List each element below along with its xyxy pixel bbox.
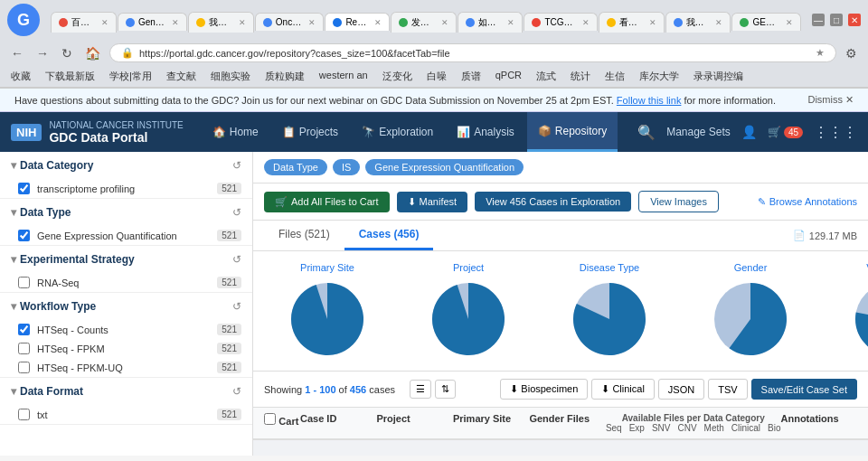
filter-section-header-4[interactable]: ▾ Data Format↺ xyxy=(0,378,252,405)
filter-checkbox-4-0[interactable] xyxy=(18,409,30,420)
filter-tag-2[interactable]: Gene Expression Quantification xyxy=(365,159,524,175)
browser-tab-0[interactable]: 百度...✕ xyxy=(51,12,117,33)
filter-label-3-0: HTSeq - Counts xyxy=(37,325,210,335)
browser-tab-6[interactable]: 如何...✕ xyxy=(458,12,524,33)
forward-button[interactable]: → xyxy=(33,44,52,62)
cart-button[interactable]: 🛒 45 xyxy=(768,126,803,138)
browser-tab-7[interactable]: TCGO...✕ xyxy=(524,13,597,31)
app-header: NIH NATIONAL CANCER INSTITUTE GDC Data P… xyxy=(0,112,868,152)
reset-filter-0[interactable]: ↺ xyxy=(232,159,241,172)
export-btn-2[interactable]: JSON xyxy=(658,379,704,400)
login-icon[interactable]: 👤 xyxy=(741,125,757,139)
reload-button[interactable]: ↻ xyxy=(58,44,76,62)
manage-sets-link[interactable]: Manage Sets xyxy=(666,126,731,138)
bookmark-item-13[interactable]: 生信 xyxy=(601,69,628,84)
filter-section-header-3[interactable]: ▾ Workflow Type↺ xyxy=(0,293,252,320)
list-view-button[interactable]: ☰ xyxy=(410,380,431,399)
filter-section-header-0[interactable]: ▾ Data Category↺ xyxy=(0,152,252,179)
edit-icon: ✎ xyxy=(758,196,766,208)
nav-item-home[interactable]: 🏠Home xyxy=(202,112,269,152)
filter-item-4-0: txt 521 xyxy=(0,405,252,424)
filter-tag-1[interactable]: IS xyxy=(333,159,360,175)
export-btn-1[interactable]: ⬇ Clinical xyxy=(591,379,655,400)
bookmark-item-15[interactable]: 录录调控编 xyxy=(690,69,747,84)
sub-header-4: Meth xyxy=(704,423,724,433)
main-content: ▾ Data Category↺ transcriptome profiling… xyxy=(0,152,868,456)
bookmark-item-0[interactable]: 收藏 xyxy=(7,69,34,84)
back-button[interactable]: ← xyxy=(7,44,27,62)
browser-tab-2[interactable]: 我的...✕ xyxy=(188,12,254,33)
filter-checkbox-3-2[interactable] xyxy=(18,362,30,373)
nav-item-analysis[interactable]: 📊Analysis xyxy=(446,112,525,152)
export-btn-4[interactable]: Save/Edit Case Set xyxy=(751,379,857,400)
minimize-button[interactable]: — xyxy=(812,14,825,26)
browser-tab-5[interactable]: 发起...✕ xyxy=(391,12,457,33)
bookmark-item-1[interactable]: 下载最新版 xyxy=(42,69,99,84)
nav-item-projects[interactable]: 📋Projects xyxy=(271,112,349,152)
col-annotations-header: Annotations xyxy=(781,413,857,433)
bookmark-item-10[interactable]: qPCR xyxy=(492,69,525,84)
nav-item-repository[interactable]: 📦Repository xyxy=(527,112,618,152)
tab-files[interactable]: Files (521) xyxy=(264,221,344,250)
search-button[interactable]: 🔍 xyxy=(637,124,656,141)
maximize-button[interactable]: □ xyxy=(830,14,843,26)
home-button[interactable]: 🏠 xyxy=(81,44,104,62)
available-subheaders: SeqExpSNVCNVMethClinicalBio xyxy=(606,423,781,433)
add-all-files-button[interactable]: 🛒 Add All Files to Cart xyxy=(264,192,390,212)
bookmark-item-5[interactable]: 质粒购建 xyxy=(261,69,308,84)
view-images-button[interactable]: View Images xyxy=(638,191,719,212)
filter-tag-0[interactable]: Data Type xyxy=(264,159,327,175)
browser-tab-9[interactable]: 我的...✕ xyxy=(665,12,731,33)
reset-filter-1[interactable]: ↺ xyxy=(232,206,241,219)
sub-header-3: CNV xyxy=(677,423,696,433)
tab-cases[interactable]: Cases (456) xyxy=(344,221,434,250)
browser-tab-1[interactable]: Gene...✕ xyxy=(118,13,187,31)
bookmark-item-7[interactable]: 泛变化 xyxy=(379,69,416,84)
filter-section-header-2[interactable]: ▾ Experimental Strategy↺ xyxy=(0,246,252,273)
nav-item-exploration[interactable]: 🔭Exploration xyxy=(351,112,444,152)
browse-annotations-link[interactable]: ✎ Browse Annotations xyxy=(758,196,857,208)
browser-tab-10[interactable]: GEPI...✕ xyxy=(731,13,801,31)
filter-checkbox-1-0[interactable] xyxy=(18,230,30,241)
browser-tab-3[interactable]: Onco...✕ xyxy=(255,13,325,31)
grid-menu-button[interactable]: ⋮⋮⋮ xyxy=(814,124,857,141)
export-btn-3[interactable]: TSV xyxy=(708,379,747,400)
reset-filter-4[interactable]: ↺ xyxy=(232,385,241,398)
filter-section-header-1[interactable]: ▾ Data Type↺ xyxy=(0,199,252,226)
filter-checkbox-3-0[interactable] xyxy=(18,324,30,335)
bookmark-item-11[interactable]: 流式 xyxy=(533,69,560,84)
address-bar[interactable]: 🔒 https://portal.gdc.cancer.gov/reposito… xyxy=(109,43,836,62)
download-icon: ⬇ xyxy=(408,196,416,208)
sort-button[interactable]: ⇅ xyxy=(435,380,456,399)
bookmark-item-2[interactable]: 学校|常用 xyxy=(106,69,156,84)
filter-section-2: ▾ Experimental Strategy↺ RNA-Seq 521 xyxy=(0,246,252,293)
browser-tab-8[interactable]: 看懂...✕ xyxy=(599,12,665,33)
range-end: 100 xyxy=(319,384,335,395)
manifest-button[interactable]: ⬇ Manifest xyxy=(397,192,468,212)
view-cases-button[interactable]: View 456 Cases in Exploration xyxy=(475,192,631,212)
filter-checkbox-3-1[interactable] xyxy=(18,343,30,354)
bookmark-item-3[interactable]: 查文献 xyxy=(163,69,200,84)
select-all-checkbox[interactable] xyxy=(264,413,276,425)
reset-filter-3[interactable]: ↺ xyxy=(232,300,241,313)
bookmark-item-6[interactable]: western an xyxy=(316,69,372,84)
bookmark-item-8[interactable]: 白噪 xyxy=(423,69,450,84)
filter-checkbox-0-0[interactable] xyxy=(18,183,30,194)
unit-text: cases xyxy=(369,384,395,395)
filter-checkbox-2-0[interactable] xyxy=(18,277,30,288)
address-bar-row: ← → ↻ 🏠 🔒 https://portal.gdc.cancer.gov/… xyxy=(0,40,868,66)
address-text: https://portal.gdc.cancer.gov/repository… xyxy=(139,48,810,59)
extensions-button[interactable]: ⚙ xyxy=(842,44,861,62)
download-icon-0: ⬇ xyxy=(510,383,518,394)
chart-title-0: Primary Site xyxy=(300,262,354,273)
export-btn-0[interactable]: ⬇ Biospecimen xyxy=(500,379,588,400)
dismiss-button[interactable]: Dismiss ✕ xyxy=(807,94,854,106)
bookmark-item-9[interactable]: 质谱 xyxy=(458,69,485,84)
browser-tab-4[interactable]: Rep...✕ xyxy=(325,13,389,31)
close-button[interactable]: ✕ xyxy=(848,14,861,26)
reset-filter-2[interactable]: ↺ xyxy=(232,253,241,266)
bookmark-item-4[interactable]: 细胞实验 xyxy=(207,69,254,84)
banner-link[interactable]: Follow this link xyxy=(617,95,682,106)
bookmark-item-12[interactable]: 统计 xyxy=(567,69,594,84)
bookmark-item-14[interactable]: 库尔大学 xyxy=(636,69,683,84)
